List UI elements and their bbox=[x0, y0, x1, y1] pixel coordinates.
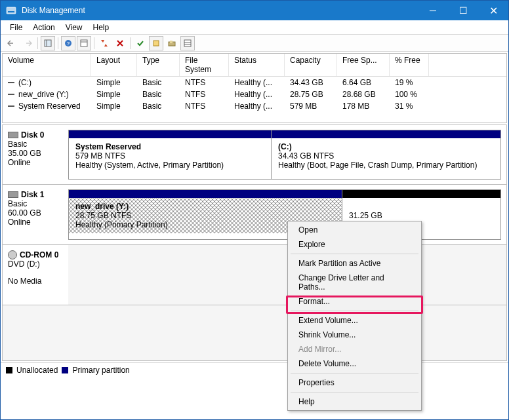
volume-name: new_drive (Y:) bbox=[18, 90, 69, 99]
col-layout[interactable]: Layout bbox=[91, 54, 137, 76]
partition-bar bbox=[69, 190, 342, 198]
volume-name: System Reserved bbox=[18, 102, 81, 111]
col-capacity[interactable]: Capacity bbox=[285, 54, 337, 76]
legend-label-primary: Primary partition bbox=[72, 366, 129, 375]
titlebar: Disk Management ─ ☐ ✕ bbox=[1, 1, 508, 20]
disk-map: Disk 0 Basic 35.00 GB Online System Rese… bbox=[2, 124, 507, 361]
legend: Unallocated Primary partition bbox=[1, 362, 508, 377]
ctx-help[interactable]: Help bbox=[289, 394, 420, 409]
menu-action[interactable]: Action bbox=[28, 22, 60, 33]
disk-row-1: Disk 1 Basic 60.00 GB Online new_drive (… bbox=[2, 185, 507, 245]
svg-rect-8 bbox=[153, 41, 159, 46]
context-menu: Open Explore Mark Partition as Active Ch… bbox=[287, 221, 422, 411]
window-title: Disk Management bbox=[22, 6, 418, 15]
disk-mgmt-icon bbox=[6, 5, 16, 16]
forward-button[interactable] bbox=[20, 36, 35, 50]
ctx-properties[interactable]: Properties bbox=[289, 375, 420, 390]
svg-rect-11 bbox=[184, 40, 191, 47]
partition-system-reserved[interactable]: System Reserved 579 MB NTFS Healthy (Sys… bbox=[68, 130, 272, 180]
menu-bar: File Action View Help bbox=[1, 20, 508, 35]
maximize-button[interactable]: ☐ bbox=[448, 1, 478, 20]
disk-row-cdrom: CD-ROM 0 DVD (D:) No Media bbox=[2, 245, 507, 305]
refresh-button[interactable] bbox=[97, 36, 112, 50]
back-button[interactable] bbox=[5, 36, 19, 50]
format-button[interactable] bbox=[149, 36, 163, 50]
volume-icon bbox=[8, 82, 14, 83]
toolbar: ? bbox=[1, 35, 508, 52]
disk-icon bbox=[8, 132, 18, 138]
col-status[interactable]: Status bbox=[229, 54, 285, 76]
menu-help[interactable]: Help bbox=[88, 22, 115, 33]
col-type[interactable]: Type bbox=[137, 54, 180, 76]
disk-info[interactable]: Disk 0 Basic 35.00 GB Online bbox=[3, 125, 68, 184]
partition-bar bbox=[342, 190, 500, 198]
list-button[interactable] bbox=[180, 36, 195, 50]
volume-list: Volume Layout Type File System Status Ca… bbox=[2, 53, 507, 123]
disk-info[interactable]: CD-ROM 0 DVD (D:) No Media bbox=[3, 245, 68, 305]
wizard-button[interactable] bbox=[165, 36, 179, 50]
ctx-add-mirror: Add Mirror... bbox=[289, 342, 420, 356]
menu-view[interactable]: View bbox=[60, 22, 88, 33]
legend-swatch-primary bbox=[62, 367, 68, 373]
volume-row[interactable]: (C:) Simple Basic NTFS Healthy (... 34.4… bbox=[3, 77, 506, 88]
volume-row[interactable]: System Reserved Simple Basic NTFS Health… bbox=[3, 100, 506, 112]
volume-icon bbox=[8, 105, 14, 107]
col-pctfree[interactable]: % Free bbox=[390, 54, 429, 76]
show-hide-console-button[interactable] bbox=[41, 36, 55, 50]
col-filesystem[interactable]: File System bbox=[180, 54, 229, 76]
ctx-open[interactable]: Open bbox=[289, 223, 420, 237]
legend-label-unallocated: Unallocated bbox=[16, 366, 58, 375]
col-freespace[interactable]: Free Sp... bbox=[337, 54, 390, 76]
close-button[interactable]: ✕ bbox=[478, 1, 508, 20]
volume-list-header: Volume Layout Type File System Status Ca… bbox=[3, 54, 506, 77]
partition-bar bbox=[69, 130, 271, 138]
disk-info[interactable]: Disk 1 Basic 60.00 GB Online bbox=[3, 185, 68, 244]
ctx-explore[interactable]: Explore bbox=[289, 237, 420, 252]
menu-file[interactable]: File bbox=[5, 22, 28, 33]
disk-icon bbox=[8, 191, 18, 198]
disk-map-empty-area bbox=[2, 305, 507, 361]
properties-button[interactable] bbox=[77, 36, 91, 50]
col-volume[interactable]: Volume bbox=[3, 54, 91, 76]
delete-button[interactable] bbox=[113, 36, 127, 50]
partition-bar bbox=[272, 130, 500, 138]
ctx-change-letter[interactable]: Change Drive Letter and Paths... bbox=[289, 271, 420, 294]
ctx-format[interactable]: Format... bbox=[289, 294, 420, 309]
legend-swatch-unallocated bbox=[6, 367, 12, 373]
volume-name: (C:) bbox=[18, 78, 31, 87]
volume-icon bbox=[8, 94, 14, 95]
ctx-extend-volume[interactable]: Extend Volume... bbox=[289, 313, 420, 328]
svg-rect-10 bbox=[170, 41, 173, 43]
volume-row[interactable]: new_drive (Y:) Simple Basic NTFS Healthy… bbox=[3, 88, 506, 100]
help-button[interactable]: ? bbox=[61, 36, 75, 50]
ctx-shrink-volume[interactable]: Shrink Volume... bbox=[289, 328, 420, 342]
check-button[interactable] bbox=[133, 36, 148, 50]
cdrom-icon bbox=[8, 250, 17, 259]
svg-rect-1 bbox=[8, 11, 14, 12]
svg-text:?: ? bbox=[67, 41, 70, 47]
svg-rect-2 bbox=[45, 40, 51, 47]
disk-row-0: Disk 0 Basic 35.00 GB Online System Rese… bbox=[2, 124, 507, 185]
svg-rect-6 bbox=[81, 40, 87, 47]
svg-rect-0 bbox=[7, 7, 16, 14]
minimize-button[interactable]: ─ bbox=[418, 1, 448, 20]
partition-c[interactable]: (C:) 34.43 GB NTFS Healthy (Boot, Page F… bbox=[272, 130, 501, 180]
ctx-delete-volume[interactable]: Delete Volume... bbox=[289, 356, 420, 371]
ctx-mark-active[interactable]: Mark Partition as Active bbox=[289, 256, 420, 271]
